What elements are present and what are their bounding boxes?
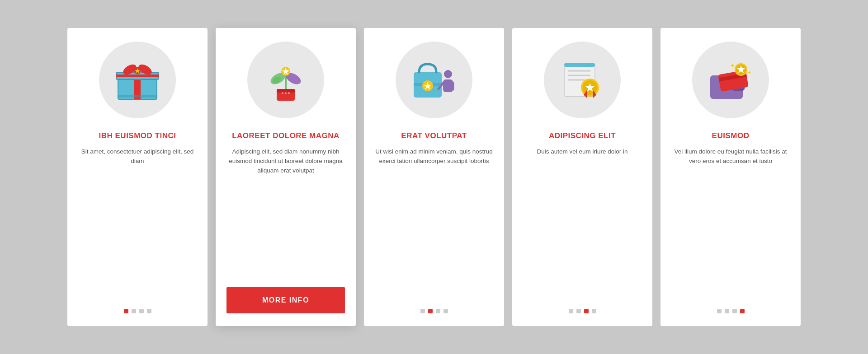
svg-point-15 (288, 92, 290, 94)
dot (420, 309, 425, 313)
svg-rect-3 (116, 75, 159, 77)
dot (139, 309, 144, 313)
dot (584, 309, 589, 313)
card-5: + + EUISMOD Vel illum dolore eu feugiat … (660, 28, 801, 326)
svg-point-14 (285, 92, 287, 94)
card-2: LAOREET DOLORE MAGNA Adipiscing elit, se… (216, 28, 356, 326)
cards-container: + + IBH EUISMOD TINCI Sit amet, consecte… (40, 10, 828, 344)
card-1: + + IBH EUISMOD TINCI Sit amet, consecte… (67, 28, 208, 326)
card-4-text: Duis autem vel eum iriure dolor in (537, 147, 627, 299)
card-5-text: Vel illum dolore eu feugiat nulla facili… (671, 147, 790, 299)
card-2-icon-circle (247, 42, 324, 118)
card-5-icon-circle: + + (692, 42, 769, 118)
card-5-title: EUISMOD (712, 131, 750, 141)
card-1-dots (124, 309, 151, 313)
svg-rect-10 (118, 95, 157, 98)
dot (436, 309, 440, 313)
svg-point-26 (444, 70, 452, 78)
card-2-title: LAOREET DOLORE MAGNA (232, 131, 340, 141)
certificate-icon (557, 55, 607, 105)
card-4-dots (569, 309, 596, 313)
svg-rect-39 (564, 63, 595, 67)
dot (443, 309, 448, 313)
dot (725, 309, 729, 313)
card-1-title: IBH EUISMOD TINCI (99, 131, 176, 141)
card-4-icon-circle (544, 42, 621, 118)
card-3-dots (420, 309, 448, 313)
dot (124, 309, 128, 313)
wallet-icon: + + (706, 55, 755, 105)
card-4-title: ADIPISCING ELIT (549, 131, 616, 141)
more-info-button[interactable]: MORE INFO (226, 287, 345, 313)
dot (428, 309, 433, 313)
dot (740, 309, 745, 313)
dot (132, 309, 136, 313)
dot (592, 309, 596, 313)
card-4: ADIPISCING ELIT Duis autem vel eum iriur… (512, 28, 652, 326)
gift-icon: + + (113, 55, 162, 105)
dot (732, 309, 737, 313)
dot (147, 309, 151, 313)
card-3: ERAT VOLUTPAT Ut wisi enim ad minim veni… (364, 28, 504, 326)
card-1-text: Sit amet, consectetuer adipiscing elit, … (78, 147, 197, 299)
card-3-icon-circle (396, 42, 472, 118)
svg-text:+: + (731, 62, 734, 69)
card-5-dots (717, 309, 745, 313)
svg-point-13 (282, 92, 283, 94)
plant-icon (261, 55, 311, 105)
svg-text:+: + (116, 75, 119, 81)
shopping-icon (409, 55, 459, 105)
card-2-text: Adipiscing elit, sed diam nonummy nibh e… (226, 147, 345, 277)
card-3-title: ERAT VOLUTPAT (401, 131, 467, 141)
dot (717, 309, 722, 313)
svg-text:+: + (153, 83, 156, 88)
svg-rect-12 (277, 89, 295, 93)
card-1-icon-circle: + + (99, 42, 176, 118)
card-3-text: Ut wisi enim ad minim veniam, quis nostr… (375, 147, 493, 299)
svg-rect-27 (443, 79, 453, 92)
svg-text:+: + (748, 70, 750, 75)
dot (569, 309, 573, 313)
dot (576, 309, 581, 313)
